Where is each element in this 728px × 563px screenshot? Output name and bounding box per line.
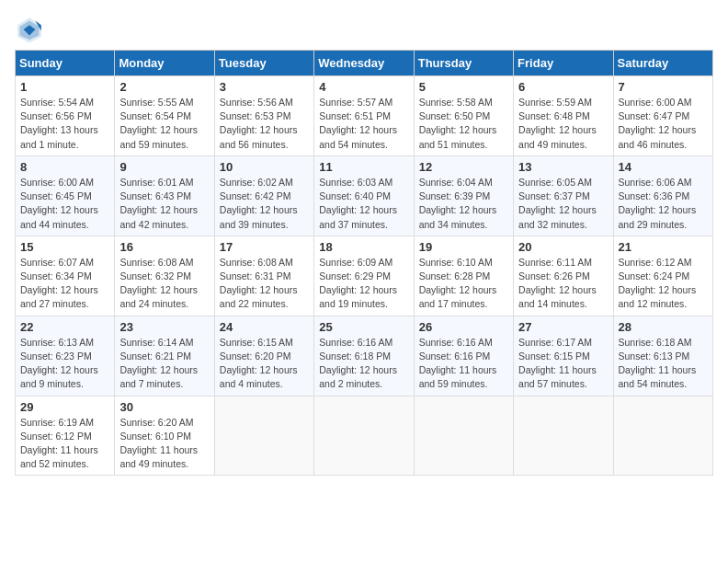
calendar-cell: 20Sunrise: 6:11 AMSunset: 6:26 PMDayligh… <box>514 236 613 316</box>
calendar-day-header: Thursday <box>414 51 513 76</box>
day-detail: Sunrise: 5:55 AMSunset: 6:54 PMDaylight:… <box>119 96 209 152</box>
calendar-cell: 27Sunrise: 6:17 AMSunset: 6:15 PMDayligh… <box>514 316 613 396</box>
day-number: 5 <box>419 80 508 94</box>
calendar-day-header: Sunday <box>16 51 115 76</box>
day-detail: Sunrise: 5:57 AMSunset: 6:51 PMDaylight:… <box>319 96 408 152</box>
day-detail: Sunrise: 6:20 AMSunset: 6:10 PMDaylight:… <box>119 416 209 472</box>
day-detail: Sunrise: 6:12 AMSunset: 6:24 PMDaylight:… <box>619 256 708 312</box>
calendar-week-row: 15Sunrise: 6:07 AMSunset: 6:34 PMDayligh… <box>16 236 713 316</box>
calendar-day-header: Saturday <box>613 51 712 76</box>
calendar-cell: 7Sunrise: 6:00 AMSunset: 6:47 PMDaylight… <box>613 76 712 156</box>
calendar-cell: 25Sunrise: 6:16 AMSunset: 6:18 PMDayligh… <box>314 316 414 396</box>
day-number: 19 <box>419 240 508 254</box>
calendar-cell: 15Sunrise: 6:07 AMSunset: 6:34 PMDayligh… <box>16 236 115 316</box>
calendar-cell: 19Sunrise: 6:10 AMSunset: 6:28 PMDayligh… <box>414 236 513 316</box>
calendar-cell: 9Sunrise: 6:01 AMSunset: 6:43 PMDaylight… <box>115 155 214 236</box>
day-detail: Sunrise: 6:06 AMSunset: 6:36 PMDaylight:… <box>619 176 708 232</box>
calendar-cell: 26Sunrise: 6:16 AMSunset: 6:16 PMDayligh… <box>414 316 513 396</box>
day-detail: Sunrise: 6:02 AMSunset: 6:42 PMDaylight:… <box>220 176 309 232</box>
day-number: 21 <box>619 240 708 254</box>
calendar-week-row: 29Sunrise: 6:19 AMSunset: 6:12 PMDayligh… <box>16 396 713 476</box>
day-detail: Sunrise: 6:08 AMSunset: 6:32 PMDaylight:… <box>119 256 209 312</box>
calendar-cell: 22Sunrise: 6:13 AMSunset: 6:23 PMDayligh… <box>16 316 115 396</box>
day-number: 14 <box>619 160 708 174</box>
day-number: 2 <box>119 80 209 94</box>
day-number: 25 <box>319 320 408 334</box>
calendar-cell: 29Sunrise: 6:19 AMSunset: 6:12 PMDayligh… <box>16 396 115 476</box>
day-number: 28 <box>619 320 708 334</box>
calendar-day-header: Monday <box>115 51 214 76</box>
day-number: 10 <box>220 160 309 174</box>
calendar-cell: 10Sunrise: 6:02 AMSunset: 6:42 PMDayligh… <box>214 155 313 236</box>
calendar-cell: 23Sunrise: 6:14 AMSunset: 6:21 PMDayligh… <box>115 316 214 396</box>
calendar-week-row: 22Sunrise: 6:13 AMSunset: 6:23 PMDayligh… <box>16 316 713 396</box>
day-number: 3 <box>220 80 309 94</box>
day-detail: Sunrise: 6:07 AMSunset: 6:34 PMDaylight:… <box>20 256 109 312</box>
page-header <box>15 15 713 44</box>
day-detail: Sunrise: 5:56 AMSunset: 6:53 PMDaylight:… <box>220 96 309 152</box>
day-detail: Sunrise: 5:59 AMSunset: 6:48 PMDaylight:… <box>518 96 608 152</box>
day-detail: Sunrise: 5:54 AMSunset: 6:56 PMDaylight:… <box>20 96 109 152</box>
calendar-cell <box>414 396 513 476</box>
day-number: 9 <box>119 160 209 174</box>
calendar-cell: 13Sunrise: 6:05 AMSunset: 6:37 PMDayligh… <box>514 155 613 236</box>
day-detail: Sunrise: 6:01 AMSunset: 6:43 PMDaylight:… <box>119 176 209 232</box>
day-number: 12 <box>419 160 508 174</box>
day-number: 11 <box>319 160 408 174</box>
day-number: 22 <box>20 320 109 334</box>
calendar-cell: 16Sunrise: 6:08 AMSunset: 6:32 PMDayligh… <box>115 236 214 316</box>
calendar-cell <box>613 396 712 476</box>
logo <box>15 15 48 44</box>
calendar-day-header: Tuesday <box>214 51 313 76</box>
day-number: 27 <box>518 320 608 334</box>
calendar-cell: 8Sunrise: 6:00 AMSunset: 6:45 PMDaylight… <box>16 155 115 236</box>
day-detail: Sunrise: 6:04 AMSunset: 6:39 PMDaylight:… <box>419 176 508 232</box>
day-number: 4 <box>319 80 408 94</box>
calendar-cell: 24Sunrise: 6:15 AMSunset: 6:20 PMDayligh… <box>214 316 313 396</box>
day-number: 7 <box>619 80 708 94</box>
calendar-cell: 14Sunrise: 6:06 AMSunset: 6:36 PMDayligh… <box>613 155 712 236</box>
day-number: 6 <box>518 80 608 94</box>
day-detail: Sunrise: 6:14 AMSunset: 6:21 PMDaylight:… <box>119 336 209 392</box>
day-number: 23 <box>119 320 209 334</box>
day-detail: Sunrise: 6:00 AMSunset: 6:45 PMDaylight:… <box>20 176 109 232</box>
day-number: 26 <box>419 320 508 334</box>
calendar-cell: 2Sunrise: 5:55 AMSunset: 6:54 PMDaylight… <box>115 76 214 156</box>
day-detail: Sunrise: 6:16 AMSunset: 6:16 PMDaylight:… <box>419 336 508 392</box>
calendar-cell <box>214 396 313 476</box>
day-detail: Sunrise: 6:03 AMSunset: 6:40 PMDaylight:… <box>319 176 408 232</box>
calendar-cell <box>514 396 613 476</box>
calendar-cell: 4Sunrise: 5:57 AMSunset: 6:51 PMDaylight… <box>314 76 414 156</box>
calendar-cell: 30Sunrise: 6:20 AMSunset: 6:10 PMDayligh… <box>115 396 214 476</box>
calendar-cell: 21Sunrise: 6:12 AMSunset: 6:24 PMDayligh… <box>613 236 712 316</box>
day-detail: Sunrise: 6:05 AMSunset: 6:37 PMDaylight:… <box>518 176 608 232</box>
day-detail: Sunrise: 6:00 AMSunset: 6:47 PMDaylight:… <box>619 96 708 152</box>
day-number: 16 <box>119 240 209 254</box>
calendar-cell: 18Sunrise: 6:09 AMSunset: 6:29 PMDayligh… <box>314 236 414 316</box>
day-detail: Sunrise: 6:09 AMSunset: 6:29 PMDaylight:… <box>319 256 408 312</box>
day-detail: Sunrise: 6:18 AMSunset: 6:13 PMDaylight:… <box>619 336 708 392</box>
day-detail: Sunrise: 6:10 AMSunset: 6:28 PMDaylight:… <box>419 256 508 312</box>
logo-icon <box>15 15 44 44</box>
calendar-cell <box>314 396 414 476</box>
calendar-cell: 1Sunrise: 5:54 AMSunset: 6:56 PMDaylight… <box>16 76 115 156</box>
day-detail: Sunrise: 6:19 AMSunset: 6:12 PMDaylight:… <box>20 416 109 472</box>
day-detail: Sunrise: 6:13 AMSunset: 6:23 PMDaylight:… <box>20 336 109 392</box>
day-number: 30 <box>119 400 209 414</box>
day-detail: Sunrise: 6:17 AMSunset: 6:15 PMDaylight:… <box>518 336 608 392</box>
day-detail: Sunrise: 6:11 AMSunset: 6:26 PMDaylight:… <box>518 256 608 312</box>
calendar-table: SundayMondayTuesdayWednesdayThursdayFrid… <box>15 50 713 476</box>
calendar-header-row: SundayMondayTuesdayWednesdayThursdayFrid… <box>16 51 713 76</box>
calendar-week-row: 8Sunrise: 6:00 AMSunset: 6:45 PMDaylight… <box>16 155 713 236</box>
day-number: 15 <box>20 240 109 254</box>
day-number: 17 <box>220 240 309 254</box>
calendar-cell: 12Sunrise: 6:04 AMSunset: 6:39 PMDayligh… <box>414 155 513 236</box>
day-number: 1 <box>20 80 109 94</box>
day-number: 8 <box>20 160 109 174</box>
calendar-day-header: Wednesday <box>314 51 414 76</box>
day-number: 20 <box>518 240 608 254</box>
day-detail: Sunrise: 6:08 AMSunset: 6:31 PMDaylight:… <box>220 256 309 312</box>
day-number: 29 <box>20 400 109 414</box>
day-detail: Sunrise: 6:16 AMSunset: 6:18 PMDaylight:… <box>319 336 408 392</box>
day-detail: Sunrise: 6:15 AMSunset: 6:20 PMDaylight:… <box>220 336 309 392</box>
